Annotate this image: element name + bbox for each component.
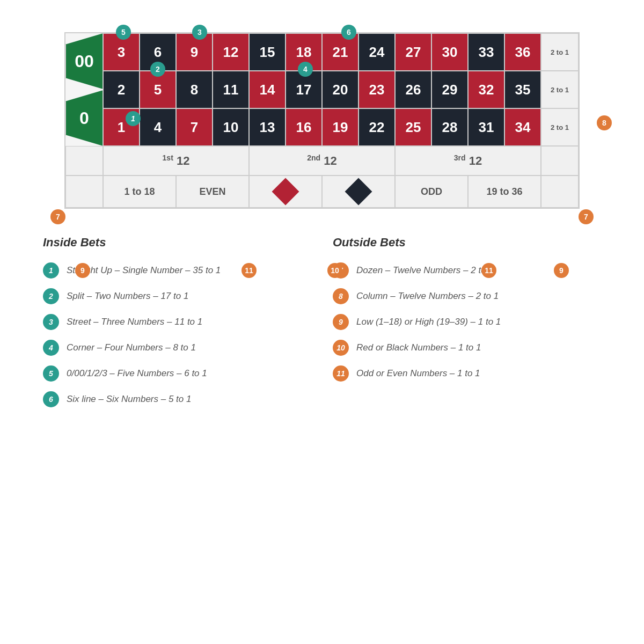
badge-9-left: 9 <box>75 263 90 278</box>
cell-13[interactable]: 13 <box>249 108 286 146</box>
cell-26[interactable]: 26 <box>395 71 431 108</box>
zero-column: 00 0 <box>65 33 103 146</box>
black-diamond-icon <box>345 178 372 206</box>
cell-19[interactable]: 19 <box>322 108 358 146</box>
dozen-3[interactable]: 3rd 12 <box>395 146 541 175</box>
inside-bet-item-4: 4 Corner – Four Numbers – 8 to 1 <box>43 340 311 356</box>
inside-bet-item-3: 3 Street – Three Numbers – 11 to 1 <box>43 314 311 330</box>
outside-odd[interactable]: ODD <box>395 175 468 208</box>
inside-bet-item-5: 5 0/00/1/2/3 – Five Numbers – 6 to 1 <box>43 365 311 382</box>
table-outer: 5 3 6 2 4 1 7 7 8 9 9 11 11 10 <box>64 32 580 209</box>
badge-4: 4 <box>298 62 313 77</box>
badge-6: 6 <box>341 25 356 40</box>
outside-text-9: Low (1–18) or High (19–39) – 1 to 1 <box>356 317 501 327</box>
inside-badge-5: 5 <box>43 365 59 382</box>
cell-34[interactable]: 34 <box>504 108 541 146</box>
numbers-section: 00 0 3 6 9 12 15 18 21 24 <box>65 33 579 146</box>
inside-bet-item-6: 6 Six line – Six Numbers – 5 to 1 <box>43 391 311 407</box>
outside-1to18[interactable]: 1 to 18 <box>103 175 176 208</box>
outside-badge-10: 10 <box>333 340 349 356</box>
cell-9[interactable]: 9 <box>176 33 213 71</box>
cell-15[interactable]: 15 <box>249 33 286 71</box>
cell-29[interactable]: 29 <box>431 71 468 108</box>
cell-28[interactable]: 28 <box>431 108 468 146</box>
dozen-col-spacer <box>541 146 579 175</box>
cell-10[interactable]: 10 <box>213 108 249 146</box>
col-bet-2[interactable]: 2 to 1 <box>541 71 579 108</box>
cell-33[interactable]: 33 <box>468 33 504 71</box>
badge-9-right: 9 <box>554 263 569 278</box>
cell-12[interactable]: 12 <box>213 33 249 71</box>
cell-23[interactable]: 23 <box>358 71 395 108</box>
inside-text-2: Split – Two Numbers – 17 to 1 <box>67 291 188 302</box>
inside-text-3: Street – Three Numbers – 11 to 1 <box>67 317 202 327</box>
outside-black[interactable] <box>322 175 395 208</box>
outside-19to36[interactable]: 19 to 36 <box>468 175 541 208</box>
outside-bet-item-9: 9 Low (1–18) or High (19–39) – 1 to 1 <box>333 314 601 330</box>
column-bets: 2 to 1 2 to 1 2 to 1 <box>541 33 579 146</box>
cell-11[interactable]: 11 <box>213 71 249 108</box>
badge-7-left: 7 <box>50 209 65 224</box>
dozen-row: 1st 12 2nd 12 3rd 12 <box>65 146 579 175</box>
legend-section: Inside Bets 1 Straight Up – Single Numbe… <box>43 236 601 417</box>
red-diamond-icon <box>272 178 299 206</box>
cell-30[interactable]: 30 <box>431 33 468 71</box>
inside-bet-item-2: 2 Split – Two Numbers – 17 to 1 <box>43 288 311 304</box>
cell-2[interactable]: 2 <box>103 71 140 108</box>
outside-badge-11: 11 <box>333 365 349 382</box>
cell-31[interactable]: 31 <box>468 108 504 146</box>
outside-row: 1 to 18 EVEN ODD 19 to 36 <box>65 175 579 208</box>
outside-badge-9: 9 <box>333 314 349 330</box>
outside-spacer <box>65 175 103 208</box>
badge-8: 8 <box>597 115 612 130</box>
roulette-table: 00 0 3 6 9 12 15 18 21 24 <box>64 32 580 209</box>
badge-1: 1 <box>126 111 141 126</box>
cell-4[interactable]: 4 <box>140 108 176 146</box>
cell-00[interactable]: 00 <box>65 33 103 89</box>
main-container: 5 3 6 2 4 1 7 7 8 9 9 11 11 10 <box>0 0 644 449</box>
cell-16[interactable]: 16 <box>286 108 322 146</box>
inside-text-4: Corner – Four Numbers – 8 to 1 <box>67 342 196 353</box>
badge-3: 3 <box>192 25 207 40</box>
cell-22[interactable]: 22 <box>358 108 395 146</box>
cell-25[interactable]: 25 <box>395 108 431 146</box>
badge-11-right: 11 <box>481 263 496 278</box>
cell-8[interactable]: 8 <box>176 71 213 108</box>
outside-bet-item-11: 11 Odd or Even Numbers – 1 to 1 <box>333 365 601 382</box>
cell-36[interactable]: 36 <box>504 33 541 71</box>
dozen-1[interactable]: 1st 12 <box>103 146 249 175</box>
cell-7[interactable]: 7 <box>176 108 213 146</box>
cell-20[interactable]: 20 <box>322 71 358 108</box>
cell-24[interactable]: 24 <box>358 33 395 71</box>
cell-21[interactable]: 21 <box>322 33 358 71</box>
inside-text-5: 0/00/1/2/3 – Five Numbers – 6 to 1 <box>67 368 207 379</box>
outside-bets-title: Outside Bets <box>333 236 601 250</box>
col-bet-1[interactable]: 2 to 1 <box>541 33 579 71</box>
outside-red[interactable] <box>249 175 322 208</box>
outside-text-10: Red or Black Numbers – 1 to 1 <box>356 342 481 353</box>
badge-2: 2 <box>150 62 165 77</box>
inside-bets-title: Inside Bets <box>43 236 311 250</box>
outside-even[interactable]: EVEN <box>176 175 249 208</box>
inside-badge-1: 1 <box>43 262 59 279</box>
outside-bet-item-10: 10 Red or Black Numbers – 1 to 1 <box>333 340 601 356</box>
cell-35[interactable]: 35 <box>504 71 541 108</box>
outside-bet-item-8: 8 Column – Twelve Numbers – 2 to 1 <box>333 288 601 304</box>
outside-text-8: Column – Twelve Numbers – 2 to 1 <box>356 291 499 302</box>
col-bet-3[interactable]: 2 to 1 <box>541 108 579 146</box>
inside-badge-6: 6 <box>43 391 59 407</box>
cell-32[interactable]: 32 <box>468 71 504 108</box>
cell-14[interactable]: 14 <box>249 71 286 108</box>
cell-0[interactable]: 0 <box>65 90 103 146</box>
inside-badge-3: 3 <box>43 314 59 330</box>
outside-badge-8: 8 <box>333 288 349 304</box>
badge-5: 5 <box>116 25 131 40</box>
cell-27[interactable]: 27 <box>395 33 431 71</box>
inside-text-6: Six line – Six Numbers – 5 to 1 <box>67 394 191 405</box>
inside-badge-4: 4 <box>43 340 59 356</box>
outside-col-spacer <box>541 175 579 208</box>
numbers-grid: 3 6 9 12 15 18 21 24 27 30 33 36 2 5 8 <box>103 33 541 146</box>
badge-10: 10 <box>327 263 342 278</box>
badge-7-right: 7 <box>579 209 594 224</box>
dozen-2[interactable]: 2nd 12 <box>249 146 395 175</box>
